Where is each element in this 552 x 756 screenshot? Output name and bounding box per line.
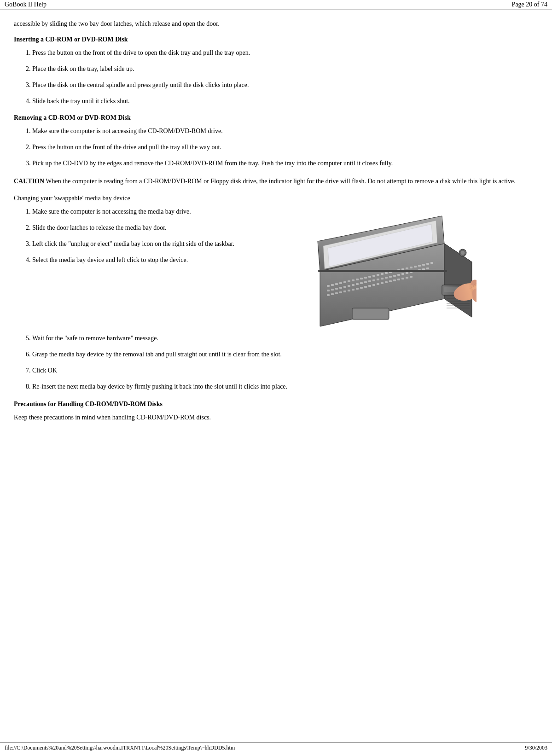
- svg-rect-72: [389, 280, 392, 282]
- svg-rect-65: [360, 287, 363, 289]
- swap-step-4: Select the media bay device and left cli…: [32, 255, 235, 265]
- insert-steps-list: Press the button on the front of the dri…: [32, 48, 538, 106]
- svg-rect-59: [335, 292, 338, 294]
- svg-rect-67: [368, 285, 371, 287]
- svg-rect-19: [381, 273, 383, 275]
- svg-rect-33: [331, 289, 334, 291]
- svg-rect-56: [426, 268, 429, 269]
- svg-rect-62: [348, 290, 350, 291]
- insert-step-1: Press the button on the front of the dri…: [32, 48, 538, 58]
- svg-rect-16: [368, 276, 371, 278]
- svg-rect-75: [401, 278, 404, 279]
- svg-marker-2: [444, 244, 472, 317]
- svg-rect-17: [372, 275, 375, 277]
- svg-rect-32: [327, 290, 330, 291]
- swap-step-6: Grasp the media bay device by the remova…: [32, 349, 538, 359]
- svg-rect-45: [381, 278, 383, 279]
- svg-rect-35: [339, 287, 342, 289]
- swap-step-1: Make sure the computer is not accessing …: [32, 207, 235, 216]
- svg-rect-8: [335, 283, 338, 285]
- svg-rect-42: [368, 280, 371, 282]
- swap-step-3: Left click the "unplug or eject" media b…: [32, 239, 235, 249]
- svg-rect-40: [360, 282, 363, 284]
- page-number: Page 20 of 74: [512, 1, 547, 8]
- svg-rect-31: [430, 262, 433, 264]
- swap-steps-list-part1: Make sure the computer is not accessing …: [32, 207, 235, 265]
- svg-rect-57: [327, 294, 330, 296]
- insert-step-3: Place the disk on the central spindle an…: [32, 80, 538, 90]
- insert-step-4: Slide back the tray until it clicks shut…: [32, 96, 538, 106]
- page-footer: file://C:\Documents%20and%20Settings\har…: [0, 742, 552, 751]
- remove-step-3: Pick up the CD-DVD by the edges and remo…: [32, 158, 538, 168]
- svg-rect-27: [414, 266, 417, 268]
- precautions-heading: Precautions for Handling CD-ROM/DVD-ROM …: [14, 401, 538, 408]
- svg-rect-13: [356, 279, 359, 280]
- swap-steps-list-part2: Wait for the "safe to remove hardware" m…: [32, 333, 538, 391]
- svg-rect-14: [360, 278, 363, 279]
- precautions-intro: Keep these precautions in mind when hand…: [14, 413, 538, 422]
- svg-rect-77: [410, 276, 413, 278]
- svg-rect-34: [335, 288, 338, 290]
- svg-rect-74: [397, 279, 400, 280]
- svg-rect-25: [406, 268, 408, 269]
- svg-rect-7: [331, 284, 334, 286]
- svg-rect-46: [385, 277, 388, 279]
- svg-rect-60: [339, 291, 342, 293]
- page-header: GoBook II Help Page 20 of 74: [0, 0, 552, 10]
- svg-rect-18: [377, 274, 379, 276]
- app-title: GoBook II Help: [5, 1, 46, 8]
- svg-rect-39: [356, 283, 359, 285]
- main-content: accessible by sliding the two bay door l…: [0, 10, 552, 457]
- svg-rect-70: [381, 282, 383, 284]
- svg-rect-47: [389, 276, 392, 278]
- svg-rect-44: [377, 279, 379, 280]
- svg-point-87: [460, 250, 465, 255]
- swap-step-7: Click OK: [32, 366, 538, 375]
- remove-step-2: Press the button on the front of the dri…: [32, 142, 538, 152]
- footer-date: 9/30/2003: [525, 744, 547, 751]
- caution-text: When the computer is reading from a CD-R…: [44, 178, 516, 185]
- svg-rect-95: [353, 309, 388, 319]
- swap-step-8: Re-insert the next media bay device by f…: [32, 382, 538, 391]
- svg-rect-20: [385, 272, 388, 274]
- swap-heading: Changing your 'swappable' media bay devi…: [14, 195, 538, 202]
- caution-block: CAUTION When the computer is reading fro…: [14, 176, 538, 186]
- svg-rect-12: [352, 279, 354, 281]
- svg-rect-48: [393, 275, 396, 277]
- svg-rect-15: [364, 277, 367, 279]
- svg-rect-49: [397, 274, 400, 276]
- svg-rect-68: [372, 284, 375, 286]
- swappable-section: Make sure the computer is not accessing …: [14, 207, 538, 333]
- svg-rect-43: [372, 279, 375, 281]
- svg-rect-50: [401, 273, 404, 275]
- svg-rect-38: [352, 284, 354, 286]
- remove-step-1: Make sure the computer is not accessing …: [32, 126, 538, 136]
- swap-step-5: Wait for the "safe to remove hardware" m…: [32, 333, 538, 343]
- svg-rect-10: [343, 281, 346, 283]
- svg-rect-51: [406, 272, 408, 274]
- svg-rect-6: [327, 285, 330, 287]
- svg-rect-69: [377, 283, 379, 285]
- insert-heading: Inserting a CD-ROM or DVD-ROM Disk: [14, 36, 538, 43]
- svg-rect-66: [364, 286, 367, 288]
- swap-step-2: Slide the door latches to release the me…: [32, 223, 235, 233]
- svg-rect-64: [356, 288, 359, 290]
- svg-rect-11: [348, 280, 350, 282]
- precautions-section: Precautions for Handling CD-ROM/DVD-ROM …: [14, 401, 538, 422]
- remove-steps-list: Make sure the computer is not accessing …: [32, 126, 538, 168]
- svg-rect-71: [385, 281, 388, 283]
- svg-rect-61: [343, 291, 346, 292]
- svg-rect-30: [426, 263, 429, 265]
- caution-word: CAUTION: [14, 178, 44, 185]
- svg-rect-29: [422, 264, 425, 266]
- svg-rect-63: [352, 289, 354, 291]
- svg-rect-73: [393, 279, 396, 281]
- intro-paragraph: accessible by sliding the two bay door l…: [14, 19, 538, 29]
- svg-rect-96: [318, 270, 447, 272]
- remove-heading: Removing a CD-ROM or DVD-ROM Disk: [14, 114, 538, 122]
- laptop-svg: [306, 207, 476, 333]
- svg-rect-9: [339, 282, 342, 284]
- svg-rect-41: [364, 281, 367, 283]
- swap-list-left: Make sure the computer is not accessing …: [14, 207, 235, 271]
- svg-rect-26: [410, 267, 413, 268]
